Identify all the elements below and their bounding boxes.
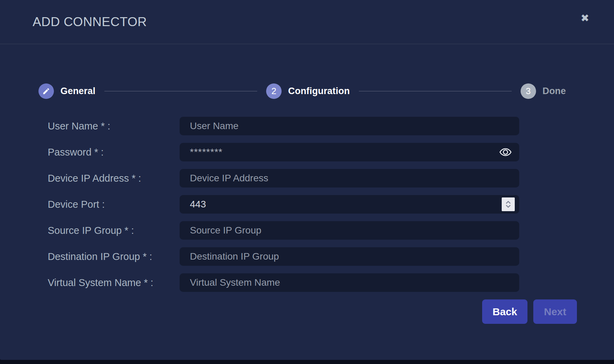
close-icon[interactable]: ✖ — [581, 13, 589, 23]
step-general-circle — [38, 83, 54, 99]
step-connector — [104, 91, 257, 91]
chevron-up-icon — [505, 201, 511, 204]
device-ip-input[interactable] — [180, 169, 519, 187]
form-row-username: User Name * : — [0, 117, 614, 135]
dialog-header: ADD CONNECTOR ✖ — [0, 0, 614, 44]
wizard-stepper: General 2 Configuration 3 Done — [38, 83, 566, 99]
device-ip-label: Device IP Address * : — [0, 173, 180, 184]
step-done-circle: 3 — [521, 83, 536, 99]
step-connector — [359, 91, 512, 91]
form-row-source-ip-group: Source IP Group * : — [0, 221, 614, 240]
password-input[interactable] — [180, 143, 519, 161]
form-row-device-ip: Device IP Address * : — [0, 169, 614, 187]
source-ip-group-label: Source IP Group * : — [0, 225, 180, 236]
destination-ip-group-input-wrap — [180, 247, 519, 266]
virtual-system-name-input[interactable] — [180, 273, 519, 292]
source-ip-group-input-wrap — [180, 221, 519, 240]
form-row-virtual-system-name: Virtual System Name * : — [0, 273, 614, 292]
configuration-form: User Name * : Password * : Device IP Add… — [0, 117, 614, 324]
step-general-label: General — [60, 86, 95, 96]
step-done-label: Done — [543, 86, 566, 96]
virtual-system-name-input-wrap — [180, 273, 519, 292]
step-configuration-circle: 2 — [266, 83, 282, 99]
virtual-system-name-label: Virtual System Name * : — [0, 277, 180, 288]
username-label: User Name * : — [0, 121, 180, 132]
dialog-title: ADD CONNECTOR — [33, 15, 147, 29]
destination-ip-group-label: Destination IP Group * : — [0, 251, 180, 262]
next-button[interactable]: Next — [533, 299, 577, 324]
device-ip-input-wrap — [180, 169, 519, 187]
toggle-password-visibility-button[interactable] — [498, 146, 513, 158]
eye-icon — [499, 148, 512, 157]
back-button[interactable]: Back — [482, 299, 527, 324]
source-ip-group-input[interactable] — [180, 221, 519, 240]
password-input-wrap — [180, 143, 519, 161]
step-configuration-label: Configuration — [288, 86, 350, 96]
username-input[interactable] — [180, 117, 519, 135]
form-row-password: Password * : — [0, 143, 614, 161]
add-connector-dialog: ADD CONNECTOR ✖ General 2 Configuration … — [0, 0, 614, 360]
password-label: Password * : — [0, 147, 180, 158]
device-port-input-wrap — [180, 195, 519, 214]
chevron-down-icon — [505, 205, 511, 208]
device-port-label: Device Port : — [0, 199, 180, 210]
device-port-input[interactable] — [180, 195, 519, 214]
username-input-wrap — [180, 117, 519, 135]
form-row-device-port: Device Port : — [0, 195, 614, 214]
pencil-icon — [42, 87, 50, 95]
dialog-footer: Back Next — [0, 299, 577, 324]
step-configuration[interactable]: 2 Configuration — [266, 83, 350, 99]
device-port-stepper[interactable] — [502, 197, 515, 211]
step-general[interactable]: General — [38, 83, 95, 99]
form-row-destination-ip-group: Destination IP Group * : — [0, 247, 614, 266]
destination-ip-group-input[interactable] — [180, 247, 519, 266]
step-done: 3 Done — [521, 83, 566, 99]
